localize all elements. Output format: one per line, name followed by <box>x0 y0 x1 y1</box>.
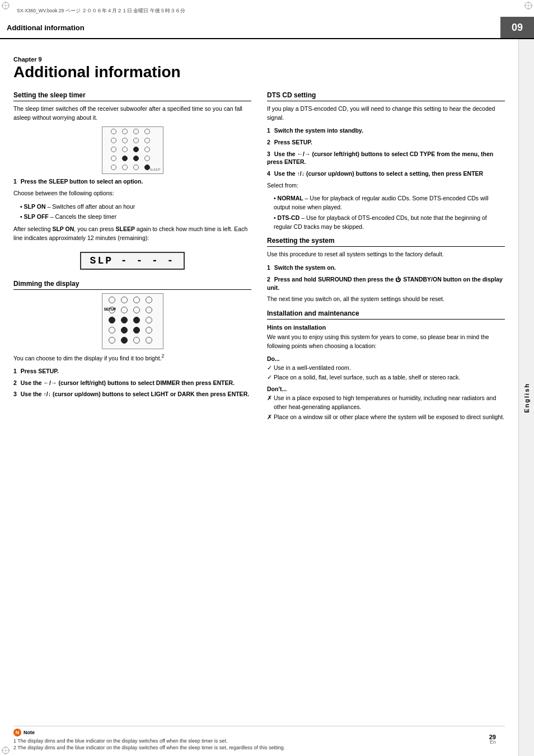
file-info-text: SX-X360_WV.book 29 ページ ２００６年４月２１日 金曜日 午後… <box>17 8 185 15</box>
right-column: DTS CD setting If you play a DTS-encoded… <box>267 91 505 425</box>
sleep-bullet1-bold: SLP ON <box>24 203 46 210</box>
dimming-step3-bold: Use the ↑/↓ (cursor up/down) buttons to … <box>21 391 249 397</box>
chapter-label: Chapter 9 <box>13 56 505 63</box>
dts-bullet-list: NORMAL – Use for playback of regular aud… <box>274 194 505 231</box>
dim-dot <box>146 337 152 344</box>
sleep-bullet2-bold: SLP OFF <box>24 213 49 220</box>
reset-step1: 1 Switch the system on. <box>267 264 505 272</box>
dim-dot <box>133 337 140 344</box>
dts-step2-num: 2 <box>267 139 270 145</box>
dts-step4-rest: Select from: <box>267 181 505 190</box>
sleep-step1-text: Choose between the following options: <box>13 189 251 198</box>
dim-dot <box>133 307 140 313</box>
chapter-title: Additional information <box>13 64 505 81</box>
do-item2: Place on a solid, flat, level surface, s… <box>267 373 505 382</box>
do-label: Do... <box>267 355 505 362</box>
dot <box>133 165 139 170</box>
slp-display-container: SLP - - - - <box>13 247 251 274</box>
dts-bullet2: DTS-CD – Use for playback of DTS-encoded… <box>274 214 505 232</box>
sleep-button-inline: SLEEP <box>115 226 134 232</box>
dim-dot <box>121 307 128 313</box>
display-dots-grid <box>109 126 157 175</box>
note1-text: 1 The display dims and the blue indicato… <box>13 738 505 745</box>
dot <box>122 129 128 134</box>
dot-filled <box>133 156 139 161</box>
dot <box>144 129 150 134</box>
dts-bullet2-bold: DTS-CD <box>278 214 300 221</box>
reset-step2-num: 2 <box>267 276 270 283</box>
dot <box>111 156 116 161</box>
dim-dot <box>133 297 140 303</box>
chapter-number: 09 <box>512 22 523 34</box>
dimming-step3: 3 Use the ↑/↓ (cursor up/down) buttons t… <box>13 390 251 398</box>
sleep-step1-bold: Press the SLEEP button to select an opti… <box>21 178 143 185</box>
sleep-display-diagram: SLEEP <box>102 126 163 174</box>
sidebar-language-label: English <box>523 383 530 413</box>
dimming-step3-num: 3 <box>13 391 17 397</box>
two-column-layout: Setting the sleep timer The sleep timer … <box>13 91 505 425</box>
dts-step3: 3 Use the ←/→ (cursor left/right) button… <box>267 150 505 166</box>
dot <box>111 147 116 152</box>
sleep-bullet-list: SLP ON – Switches off after about an hou… <box>20 203 251 222</box>
section-title-header: Additional information <box>7 24 85 32</box>
hints-subsection-header: Hints on installation <box>267 324 505 331</box>
dimming-section-header: Dimming the display <box>13 280 251 290</box>
note-section: N Note 1 The display dims and the blue i… <box>13 726 505 752</box>
dimming-display-diagram: SETUP <box>102 293 163 349</box>
reset-step1-num: 1 <box>267 264 270 271</box>
dim-dot-on <box>121 327 128 334</box>
dim-dot-on <box>133 317 140 323</box>
reset-intro: Use this procedure to reset all system s… <box>267 250 505 259</box>
dimming-step2-num: 2 <box>13 379 17 386</box>
dot <box>144 147 150 152</box>
note-icon: N <box>13 729 21 736</box>
reset-section-header: Resetting the system <box>267 237 505 247</box>
dimming-step2-bold: Use the ←/→ (cursor left/right) buttons … <box>21 379 235 386</box>
installation-section-header: Installation and maintenance <box>267 309 505 320</box>
hints-intro: We want you to enjoy using this system f… <box>267 333 505 351</box>
sleep-label-small: SLEEP <box>149 168 160 171</box>
dts-bullet1-bold: NORMAL <box>278 195 303 201</box>
corner-mark-tr <box>524 1 533 10</box>
note2-text: 2 The display dims and the blue indicato… <box>13 744 505 752</box>
dot <box>111 165 116 170</box>
dim-dot-on <box>121 317 128 323</box>
left-column: Setting the sleep timer The sleep timer … <box>13 91 251 425</box>
sleep-step1-num: 1 <box>13 178 17 185</box>
dim-dot <box>109 297 115 303</box>
slp-display: SLP - - - - <box>80 252 185 270</box>
dts-bullet1-rest: – Use for playback of regular audio CDs.… <box>274 195 489 210</box>
dim-dot <box>146 327 152 334</box>
top-bar: Additional information 09 <box>0 17 534 39</box>
dim-dot <box>146 297 152 303</box>
dts-step4-num: 4 <box>267 170 270 177</box>
sleep-bullet1-rest: – Switches off after about an hour <box>46 203 135 210</box>
dimming-intro: You can choose to dim the display if you… <box>13 353 251 363</box>
dot <box>122 138 128 143</box>
corner-mark-tl <box>1 1 10 10</box>
dimming-step1-num: 1 <box>13 368 17 374</box>
dim-dot <box>109 337 115 344</box>
reset-step1-bold: Switch the system on. <box>274 264 336 271</box>
dts-step2: 2 Press SETUP. <box>267 138 505 147</box>
dts-step3-num: 3 <box>267 151 270 157</box>
dim-dot-on <box>133 327 140 334</box>
dot <box>144 138 150 143</box>
dot-filled <box>122 156 128 161</box>
reset-step2-rest: The next time you switch on, all the sys… <box>267 295 505 304</box>
dts-step1: 1 Switch the system into standby. <box>267 126 505 135</box>
dim-dot-on <box>109 317 115 323</box>
dts-intro: If you play a DTS-encoded CD, you will n… <box>267 105 505 123</box>
dimming-step2: 2 Use the ←/→ (cursor left/right) button… <box>13 379 251 387</box>
dont-label: Don't... <box>267 386 505 392</box>
dot <box>122 165 128 170</box>
dts-step2-bold: Press SETUP. <box>274 139 312 145</box>
slp-on-inline: SLP ON <box>52 226 74 232</box>
sleep-timer-section-header: Setting the sleep timer <box>13 91 251 101</box>
dim-dot <box>146 317 152 323</box>
dts-step4-bold: Use the ↑/↓ (cursor up/down) buttons to … <box>274 170 483 177</box>
page-sub-label: En <box>490 739 496 745</box>
note-title: N Note <box>13 729 505 736</box>
dim-dot <box>146 307 152 313</box>
sleep-after-select-text: After selecting SLP ON, you can press SL… <box>13 225 251 243</box>
